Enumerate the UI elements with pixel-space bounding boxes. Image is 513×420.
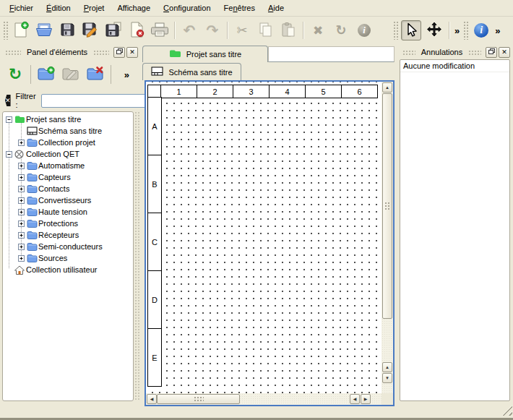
float-panel-button[interactable] (486, 47, 497, 58)
new-category-button[interactable] (35, 64, 57, 85)
panel-toolbar-overflow-button[interactable]: » (122, 69, 132, 80)
redo-button[interactable]: ↷ (202, 20, 223, 40)
row-header-A: A (147, 97, 162, 155)
scroll-up-button[interactable]: ▲ (382, 82, 392, 93)
tree-item-collection-utilisateur[interactable]: Collection utilisateur (3, 264, 133, 275)
scroll-right-button[interactable]: ▶ (361, 394, 371, 404)
diagram-view[interactable]: 123456 ABCDE ▲ ▲ ▼ ◀ ◀ ▶ (145, 80, 395, 406)
tree-item-convertisseurs[interactable]: Convertisseurs (3, 194, 133, 206)
tree-item-haute-tension[interactable]: Haute tension (3, 206, 133, 218)
tree-item-protections[interactable]: Protections (3, 218, 133, 229)
diagram-canvas[interactable]: 123456 ABCDE (146, 82, 381, 393)
tree-item-contacts[interactable]: Contacts (3, 183, 133, 194)
vertical-scroll-thumb[interactable] (382, 93, 392, 319)
tree-item-label: Convertisseurs (38, 196, 91, 205)
cut-button[interactable]: ✂ (232, 20, 252, 40)
new-project-button[interactable] (11, 20, 31, 40)
tree-item-schéma-sans-titre[interactable]: Schéma sans titre (3, 125, 133, 137)
tab-project-label: Projet sans titre (186, 50, 241, 59)
scrollbar-corner (381, 393, 393, 405)
panel-resize-strip[interactable] (134, 111, 140, 401)
select-mode-button[interactable] (401, 20, 421, 40)
horizontal-scroll-thumb[interactable] (157, 394, 240, 404)
menu-item-fentres[interactable]: Fenêtres (217, 1, 262, 14)
tree-expander-plus[interactable] (18, 186, 25, 192)
menu-item-configuration[interactable]: Configuration (157, 1, 217, 14)
scroll-up-button[interactable]: ▲ (382, 362, 392, 372)
save-button[interactable] (57, 20, 77, 40)
delete-category-button[interactable] (85, 64, 106, 85)
tree-item-collection-qet[interactable]: Collection QET (3, 148, 133, 160)
menu-item-dition[interactable]: Édition (40, 1, 77, 14)
save-all-button[interactable] (103, 20, 124, 40)
scroll-left-button[interactable]: ◀ (147, 394, 157, 404)
element-info-button[interactable]: i (354, 20, 374, 40)
tab-project[interactable]: Projet sans titre (142, 46, 268, 62)
diagram-column-headers: 123456 (161, 85, 378, 98)
about-button[interactable]: i (471, 20, 491, 40)
toolbar-overflow-button[interactable]: » (493, 25, 502, 36)
save-icon (59, 22, 75, 39)
tree-item-sources[interactable]: Sources (3, 252, 133, 264)
menu-item-aide[interactable]: Aide (262, 1, 290, 14)
tree-item-projet-sans-titre[interactable]: Projet sans titre (3, 113, 133, 125)
menu-item-fichier[interactable]: Fichier (3, 1, 40, 14)
rotate-button[interactable]: ↻ (331, 20, 351, 40)
tree-item-capteurs[interactable]: Capteurs (3, 171, 133, 183)
tree-expander-plus[interactable] (18, 163, 25, 169)
close-panel-button[interactable]: ✕ (126, 47, 138, 58)
undo-list-item[interactable]: Aucune modification (400, 60, 509, 72)
tree-expander-plus[interactable] (18, 140, 25, 146)
resize-grip[interactable] (502, 406, 512, 416)
filter-input[interactable] (41, 94, 150, 108)
tree-expander-plus[interactable] (18, 244, 25, 250)
tree-expander-plus[interactable] (18, 255, 25, 262)
blue-folder-icon (27, 196, 38, 205)
tree-expander-plus[interactable] (18, 220, 25, 227)
toolbar-overflow-button[interactable]: » (452, 25, 462, 36)
menu-item-projet[interactable]: Projet (77, 1, 111, 14)
toolbar-drag-handle[interactable] (463, 21, 468, 40)
close-panel-button[interactable]: ✕ (499, 47, 510, 58)
arrow-right-icon: ▶ (364, 397, 368, 401)
print-button[interactable] (150, 20, 170, 40)
reload-collections-button[interactable]: ↻ (4, 64, 26, 85)
pan-mode-button[interactable] (424, 20, 444, 40)
horizontal-scrollbar[interactable]: ◀ ◀ ▶ (146, 393, 381, 405)
undo-history-list[interactable]: Aucune modification (400, 59, 510, 401)
titlebar-texture (402, 49, 415, 55)
clear-filter-button[interactable]: ✕ (5, 95, 11, 106)
tree-expander-plus[interactable] (18, 197, 25, 204)
toolbar-drag-handle[interactable] (393, 21, 398, 40)
paste-button[interactable] (278, 20, 298, 40)
toolbar-drag-handle[interactable] (3, 21, 8, 40)
open-button[interactable] (34, 20, 54, 40)
tree-expander-plus[interactable] (18, 209, 25, 215)
tree-expander-plus[interactable] (18, 174, 25, 181)
tree-item-semi-conducteurs[interactable]: Semi-conducteurs (3, 241, 133, 252)
edit-category-button[interactable] (60, 64, 82, 85)
tree-expander-minus[interactable] (6, 151, 12, 158)
vertical-scrollbar[interactable]: ▲ ▲ ▼ (381, 82, 393, 393)
thumb-grip (384, 202, 390, 210)
scroll-left-button[interactable]: ◀ (350, 394, 360, 404)
float-panel-button[interactable] (113, 47, 125, 58)
tree-item-récepteurs[interactable]: Récepteurs (3, 229, 133, 241)
undo-icon: ↶ (184, 23, 196, 38)
undo-panel-titlebar[interactable]: Annulations ✕ (397, 45, 512, 59)
scroll-down-button[interactable]: ▼ (382, 373, 392, 383)
copy-button[interactable] (255, 20, 275, 40)
tab-schema[interactable]: Schéma sans titre (142, 63, 241, 80)
diagram-row-labels: ABCDE (147, 98, 162, 387)
elements-panel-titlebar[interactable]: Panel d'éléments ✕ (0, 45, 140, 59)
save-as-button[interactable] (80, 20, 100, 40)
tree-item-automatisme[interactable]: Automatisme (3, 160, 133, 171)
tree-item-collection-projet[interactable]: Collection projet (3, 137, 133, 148)
tree-expander-plus[interactable] (18, 232, 25, 239)
menu-item-affichage[interactable]: Affichage (111, 1, 157, 14)
close-file-button[interactable] (126, 20, 147, 40)
arrow-left-icon: ◀ (353, 397, 357, 401)
delete-button[interactable]: ✖ (308, 20, 328, 40)
tree-expander-minus[interactable] (6, 116, 12, 123)
undo-button[interactable]: ↶ (179, 20, 199, 40)
